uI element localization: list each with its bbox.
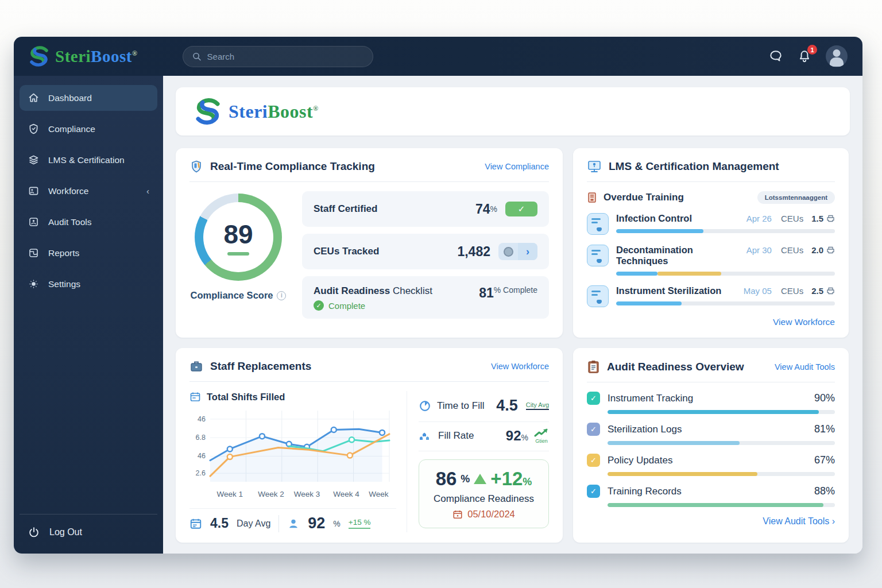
sidebar-spacer bbox=[20, 302, 157, 514]
training-item: Decontamination Techniques Apr 30 CEUs 2… bbox=[587, 245, 835, 276]
svg-text:Week 2: Week 2 bbox=[258, 490, 284, 498]
view-workforce-link[interactable]: View Workforce bbox=[491, 362, 549, 371]
checkbox-checked[interactable]: ✓ bbox=[587, 485, 600, 498]
svg-text:6.8: 6.8 bbox=[196, 434, 206, 442]
staff-certified-suffix: % bbox=[490, 204, 497, 214]
svg-text:Week: Week bbox=[369, 490, 389, 498]
staff-certified-label: Staff Certified bbox=[314, 203, 475, 215]
user-avatar[interactable] bbox=[826, 45, 848, 67]
total-shifts-filled-chart: 466.8462.6Week 1Week 2Week 3Week 4Week bbox=[189, 406, 393, 502]
svg-text:Week 3: Week 3 bbox=[294, 490, 320, 498]
view-audit-tools-link-bottom[interactable]: View Audit Tools › bbox=[763, 516, 835, 526]
certified-check-button[interactable]: ✓ bbox=[505, 202, 537, 216]
printer-icon bbox=[826, 246, 835, 254]
fill-rate-label: Fill Rate bbox=[438, 430, 500, 442]
time-to-fill-value: 4.5 bbox=[496, 397, 518, 415]
audit-readiness-label: Audit Readiness bbox=[314, 285, 390, 296]
sidebar-item-settings[interactable]: Settings bbox=[20, 271, 157, 297]
chart-title: Total Shifts Filled bbox=[207, 392, 285, 403]
ceu-detail-button[interactable] bbox=[498, 243, 518, 260]
app-logo-text: SteriBoost® bbox=[55, 47, 137, 66]
overdue-badge: Lotssmtennaaggent bbox=[757, 191, 835, 204]
card-title: Audit Readiness Overview bbox=[607, 361, 768, 373]
audit-status-text: Complete bbox=[328, 301, 365, 311]
ceu-value: 2.5 bbox=[811, 286, 823, 296]
readiness-date: 05/10/2024 bbox=[467, 509, 515, 520]
audit-readiness-label2: Checklist bbox=[393, 285, 432, 296]
overdue-training-title: Overdue Training bbox=[604, 192, 751, 203]
logout-button[interactable]: Log Out bbox=[20, 514, 157, 542]
check-icon: ✓ bbox=[518, 204, 525, 214]
svg-text:46: 46 bbox=[198, 415, 206, 423]
person-icon bbox=[287, 517, 300, 530]
compliance-score-value: 89 bbox=[223, 219, 253, 250]
audit-item-row: ✓ Instrument Tracking 90% bbox=[587, 392, 835, 414]
staff-certified-value: 74 bbox=[475, 202, 490, 217]
day-avg-label: Day Avg bbox=[237, 519, 270, 529]
readiness-label: Compliance Readiness bbox=[425, 493, 543, 505]
checkbox-checked[interactable]: ✓ bbox=[587, 454, 600, 467]
audit-readiness-suffix: % Complete bbox=[494, 285, 537, 295]
compliance-tracking-card: Real-Time Compliance Tracking View Compl… bbox=[176, 148, 563, 338]
audit-item-value: 81% bbox=[814, 423, 835, 435]
card-title: Real-Time Compliance Tracking bbox=[210, 160, 478, 173]
audit-item-value: 90% bbox=[814, 392, 835, 404]
compliance-readiness-box: 86% +12% Compliance Readiness 05/10/2024 bbox=[419, 459, 549, 528]
chevron-right-icon: › bbox=[526, 246, 529, 258]
power-icon bbox=[28, 526, 40, 539]
compliance-score-gauge: 89 bbox=[195, 194, 282, 281]
overdue-book-icon bbox=[587, 192, 597, 203]
training-progress-bar bbox=[616, 301, 835, 305]
search-bar[interactable] bbox=[183, 46, 373, 67]
training-progress-bar bbox=[616, 272, 835, 276]
collapse-chevron-icon[interactable]: ‹ bbox=[146, 186, 149, 196]
svg-text:46: 46 bbox=[198, 452, 206, 460]
layers-icon bbox=[28, 154, 40, 166]
app-window: SteriBoost® 1 bbox=[14, 37, 862, 554]
sidebar-item-workforce[interactable]: Workforce ‹ bbox=[20, 178, 157, 204]
time-to-fill-row: Time to Fill 4.5 City Avg bbox=[419, 391, 549, 422]
ceus-tracked-value: 1,482 bbox=[457, 244, 490, 260]
audit-progress-bar bbox=[608, 410, 835, 414]
notifications-bell-icon[interactable]: 1 bbox=[797, 49, 812, 64]
sidebar-item-reports[interactable]: Reports bbox=[20, 240, 157, 266]
checkbox-checked[interactable]: ✓ bbox=[587, 392, 600, 405]
chat-icon[interactable] bbox=[768, 49, 783, 64]
audit-item-label: Training Records bbox=[608, 486, 807, 497]
trend-up-icon bbox=[534, 428, 549, 438]
audit-item-label: Instrument Tracking bbox=[608, 393, 807, 404]
view-audit-tools-link[interactable]: View Audit Tools bbox=[775, 362, 835, 372]
time-to-fill-label: Time to Fill bbox=[437, 400, 490, 412]
clock-pie-icon bbox=[419, 400, 431, 412]
fill-percent-suffix: % bbox=[333, 519, 340, 528]
ceu-expand-button[interactable]: › bbox=[518, 243, 537, 260]
sidebar-item-label: LMS & Certification bbox=[48, 155, 125, 165]
sidebar-item-lms-certification[interactable]: LMS & Certification bbox=[20, 147, 157, 173]
fill-rate-note: Gtien bbox=[534, 438, 549, 444]
svg-text:Week 1: Week 1 bbox=[217, 490, 243, 498]
briefcase-icon bbox=[189, 359, 203, 373]
complete-check-icon: ✓ bbox=[314, 300, 324, 311]
audit-item-row: ✓ Policy Updates 67% bbox=[587, 454, 835, 476]
search-input[interactable] bbox=[207, 52, 363, 61]
sidebar-item-label: Compliance bbox=[48, 124, 95, 134]
checkbox-checked[interactable]: ✓ bbox=[587, 423, 600, 436]
svg-text:2.6: 2.6 bbox=[196, 469, 206, 477]
sidebar-item-dashboard[interactable]: Dashboard bbox=[20, 85, 157, 111]
audit-tools-icon bbox=[28, 216, 40, 228]
triangle-up-icon bbox=[474, 474, 486, 484]
lms-card: LMS & Certification Management Overdue T… bbox=[573, 148, 849, 338]
audit-item-value: 67% bbox=[814, 454, 835, 466]
view-compliance-link[interactable]: View Compliance bbox=[485, 162, 549, 171]
info-icon[interactable]: i bbox=[277, 291, 286, 300]
fill-rate-suffix: % bbox=[521, 433, 528, 442]
readiness-value: 86 bbox=[436, 468, 457, 490]
audit-readiness-value: 81 bbox=[479, 285, 494, 301]
sidebar-item-compliance[interactable]: Compliance bbox=[20, 116, 157, 142]
search-icon bbox=[192, 52, 202, 61]
view-workforce-link[interactable]: View Workforce bbox=[773, 317, 835, 327]
sidebar-item-label: Settings bbox=[48, 279, 80, 289]
fill-rate-row: Fill Rate 92% Gtien bbox=[419, 422, 549, 451]
sidebar-item-audit-tools[interactable]: Audit Tools bbox=[20, 209, 157, 235]
training-due-date: May 05 bbox=[744, 286, 772, 296]
